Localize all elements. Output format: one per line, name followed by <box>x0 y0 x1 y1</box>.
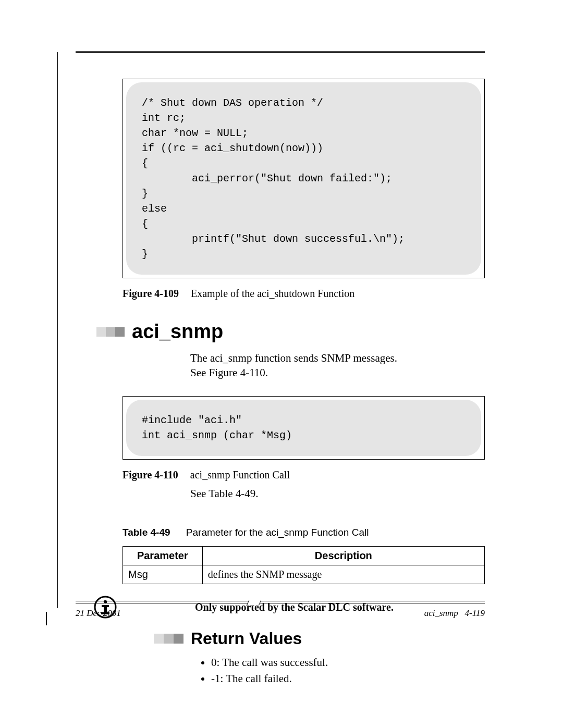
parameter-table: Parameter Description Msg defines the SN… <box>123 546 485 584</box>
list-item: 0: The call was successful. <box>211 656 485 669</box>
table-cell-param: Msg <box>123 565 203 584</box>
paragraph: The aci_snmp function sends SNMP message… <box>190 351 414 380</box>
table-row: Msg defines the SNMP message <box>123 565 485 584</box>
paragraph: See Table 4-49. <box>190 486 414 501</box>
page: /* Shut down DAS operation */ int rc; ch… <box>0 0 563 728</box>
revision-bar <box>46 612 47 625</box>
footer-rule <box>76 601 485 605</box>
figure-label: Figure 4-109 <box>123 288 179 299</box>
footer-section-page: aci_snmp 4-119 <box>424 608 485 619</box>
section-heading-return-values: Return Values <box>154 629 485 648</box>
footer-section: aci_snmp <box>424 608 458 618</box>
code-block-frame: /* Shut down DAS operation */ int rc; ch… <box>123 79 485 278</box>
table-header-row: Parameter Description <box>123 547 485 565</box>
top-double-rule <box>76 51 485 53</box>
page-footer: 21 Dec 2001 aci_snmp 4-119 <box>76 601 485 619</box>
code-block-frame: #include "aci.h" int aci_snmp (char *Msg… <box>123 396 485 460</box>
table-label: Table 4-49 <box>123 527 170 538</box>
footer-text-row: 21 Dec 2001 aci_snmp 4-119 <box>76 608 485 619</box>
section-heading-aci-snmp: aci_snmp <box>96 320 485 343</box>
footer-page-number: 4-119 <box>465 608 485 618</box>
table-caption-49: Table 4-49 Parameter for the aci_snmp Fu… <box>123 527 485 538</box>
heading-text: Return Values <box>191 629 302 648</box>
table-cell-desc: defines the SNMP message <box>202 565 484 584</box>
figure-caption-110: Figure 4-110 aci_snmp Function Call <box>123 469 485 481</box>
figure-label: Figure 4-110 <box>123 469 178 480</box>
heading-ornament-icon <box>96 327 125 337</box>
code-block-1: /* Shut down DAS operation */ int rc; ch… <box>126 82 481 275</box>
list-item: -1: The call failed. <box>211 672 485 685</box>
left-vertical-rule <box>57 52 58 608</box>
code-block-2: #include "aci.h" int aci_snmp (char *Msg… <box>126 400 481 456</box>
footer-date: 21 Dec 2001 <box>76 608 121 619</box>
table-header-cell: Parameter <box>123 547 203 565</box>
return-values-list: 0: The call was successful. -1: The call… <box>201 656 485 685</box>
figure-title: Example of the aci_shutdown Function <box>191 288 354 299</box>
heading-text: aci_snmp <box>132 320 223 343</box>
body-column: /* Shut down DAS operation */ int rc; ch… <box>123 79 485 685</box>
heading-ornament-icon <box>154 634 183 644</box>
figure-caption-109: Figure 4-109 Example of the aci_shutdown… <box>123 288 485 300</box>
table-title: Parameter for the aci_snmp Function Call <box>186 527 369 538</box>
figure-title: aci_snmp Function Call <box>190 469 290 480</box>
table-header-cell: Description <box>202 547 484 565</box>
